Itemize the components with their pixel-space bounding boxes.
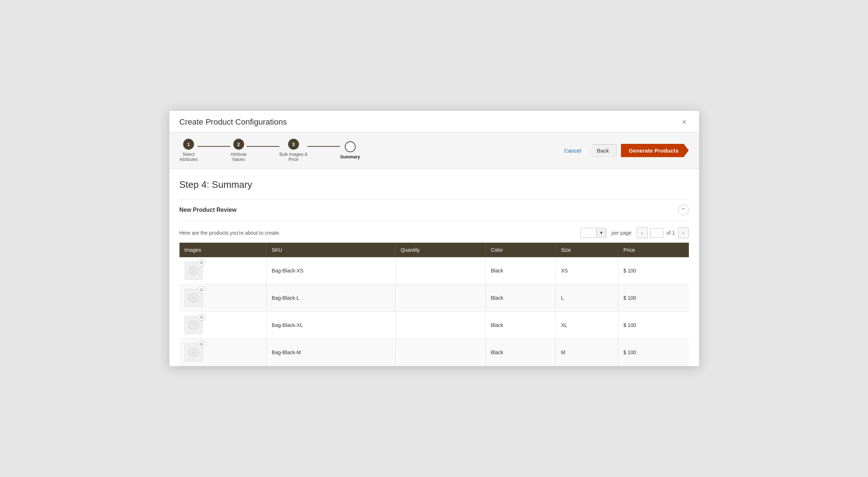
per-page-dropdown-arrow[interactable]: ▼ [596, 229, 606, 237]
svg-text:M: M [192, 323, 195, 327]
svg-text:M: M [192, 351, 195, 355]
step-4-label: Summary [340, 154, 360, 159]
cell-sku: Bag-Black-L [266, 284, 395, 312]
cell-image: 0 M [179, 257, 267, 284]
col-quantity: Quantity [395, 243, 485, 257]
collapse-button[interactable]: ⌃ [678, 205, 689, 215]
cell-image: 0 M [179, 284, 267, 312]
product-thumbnail: 0 M [185, 343, 203, 361]
step-1-label: SelectAttributes [179, 152, 198, 162]
back-button[interactable]: Back [589, 144, 616, 157]
svg-text:M: M [192, 269, 195, 273]
cancel-button[interactable]: Cancel [561, 146, 585, 155]
image-cell: 0 M [185, 262, 261, 280]
col-price: Price [618, 243, 689, 257]
magento-placeholder-icon: M [188, 292, 199, 304]
per-page-select: 20 ▼ [581, 228, 606, 238]
step-2: 2 AttributeValues [230, 139, 247, 162]
step-3-number: 3 [292, 142, 295, 147]
image-cell: 0 M [185, 316, 261, 334]
product-thumbnail: 0 M [185, 289, 203, 307]
table-row: 0 M Bag-Black-XLBlackXL$ 100 [179, 312, 689, 339]
step-line-1 [198, 146, 230, 147]
cell-color: Black [485, 284, 556, 312]
modal-header: Create Product Configurations × [169, 111, 699, 132]
step-1: 1 SelectAttributes [179, 139, 198, 162]
step-3-label: Bulk Images &Price [279, 152, 307, 162]
cell-price: $ 100 [618, 257, 689, 284]
magento-placeholder-icon: M [188, 347, 199, 358]
cell-sku: Bag-Black-XS [266, 257, 395, 284]
modal-title: Create Product Configurations [179, 117, 287, 127]
wizard-bar: 1 SelectAttributes 2 AttributeValues 3 B… [169, 132, 699, 169]
page-number-input[interactable]: 1 [650, 228, 663, 238]
generate-products-button[interactable]: Generate Products [621, 144, 689, 157]
page-of-label: of 1 [666, 230, 675, 236]
step-4: Summary [340, 141, 360, 159]
cell-price: $ 100 [618, 339, 689, 366]
cell-price: $ 100 [618, 284, 689, 312]
cell-color: Black [485, 339, 556, 366]
wizard-steps: 1 SelectAttributes 2 AttributeValues 3 B… [179, 139, 360, 162]
cell-size: XL [556, 312, 618, 339]
cell-quantity [395, 312, 485, 339]
step-2-circle: 2 [233, 139, 244, 150]
cell-quantity [395, 284, 485, 312]
cell-price: $ 100 [618, 312, 689, 339]
per-page-label: per page [611, 230, 631, 236]
col-color: Color [485, 243, 556, 257]
step-line-3 [307, 146, 340, 147]
wizard-actions: Cancel Back Generate Products [561, 144, 689, 157]
cell-color: Black [485, 257, 556, 284]
close-button[interactable]: × [680, 117, 689, 127]
section-header: New Product Review ⌃ [179, 199, 689, 221]
image-cell: 0 M [185, 289, 261, 307]
table-row: 0 M Bag-Black-MBlackM$ 100 [179, 339, 689, 366]
page-title: Step 4: Summary [179, 179, 689, 190]
col-sku: SKU [266, 243, 395, 257]
col-size: Size [556, 243, 618, 257]
image-cell: 0 M [185, 343, 261, 361]
magento-placeholder-icon: M [188, 265, 199, 276]
col-images: Images [179, 243, 267, 257]
cell-size: L [556, 284, 618, 312]
cell-quantity [395, 339, 485, 366]
modal-body: Step 4: Summary New Product Review ⌃ Her… [169, 169, 699, 366]
pagination-controls: 20 ▼ per page ‹ 1 of 1 › [581, 227, 689, 238]
cell-size: XS [556, 257, 618, 284]
table-row: 0 M Bag-Black-XSBlackXS$ 100 [179, 257, 689, 284]
svg-text:M: M [192, 296, 195, 300]
step-4-circle [345, 141, 356, 152]
product-thumbnail: 0 M [185, 262, 203, 280]
per-page-input[interactable]: 20 [581, 228, 596, 238]
page-next-button[interactable]: › [678, 227, 689, 238]
step-1-number: 1 [187, 142, 190, 147]
cell-quantity [395, 257, 485, 284]
step-2-number: 2 [237, 142, 240, 147]
step-2-label: AttributeValues [230, 152, 247, 162]
table-header-row: Images SKU Quantity Color Size Price [179, 243, 689, 257]
page-prev-button[interactable]: ‹ [637, 227, 647, 238]
cell-image: 0 M [179, 312, 267, 339]
product-table: Images SKU Quantity Color Size Price 0 M [179, 243, 689, 366]
cell-sku: Bag-Black-M [266, 339, 395, 366]
cell-size: M [556, 339, 618, 366]
step-3: 3 Bulk Images &Price [279, 139, 307, 162]
section-title: New Product Review [179, 207, 237, 213]
modal-container: Create Product Configurations × 1 Select… [169, 110, 699, 367]
product-thumbnail: 0 M [185, 316, 203, 334]
cell-color: Black [485, 312, 556, 339]
table-row: 0 M Bag-Black-LBlackL$ 100 [179, 284, 689, 312]
cell-image: 0 M [179, 339, 267, 366]
magento-placeholder-icon: M [188, 319, 199, 331]
cell-sku: Bag-Black-XL [266, 312, 395, 339]
table-toolbar: Here are the products you're about to cr… [179, 221, 689, 243]
step-1-circle: 1 [183, 139, 194, 150]
table-description: Here are the products you're about to cr… [179, 230, 280, 236]
step-line-2 [247, 146, 279, 147]
step-3-circle: 3 [288, 139, 299, 150]
